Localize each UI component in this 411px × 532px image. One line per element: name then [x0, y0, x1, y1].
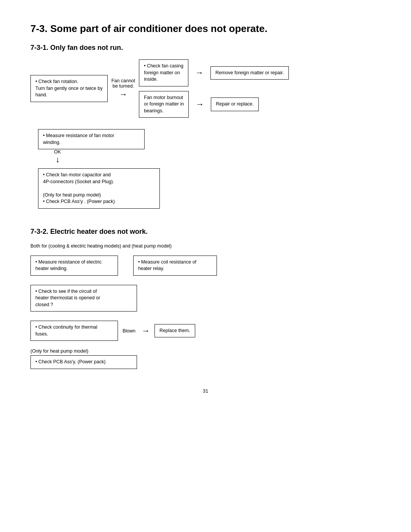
thermal-fuses-text: • Check continuity for thermalfuses.	[35, 324, 97, 337]
coil-resistance-text: • Measure coil resistance ofheater relay…	[138, 259, 196, 272]
only-heat-pump-label: (Only for heat pump model)	[30, 348, 381, 354]
page-number: 31	[30, 388, 381, 394]
right-arrow-icon-2: →	[196, 99, 204, 109]
mid-branch: • Check fan casingforeign matter oninsid…	[139, 59, 289, 118]
heater-winding-box: • Measure resistance of electricheater w…	[30, 256, 118, 276]
section-732-title: 7-3-2. Electric heater does not work.	[30, 228, 381, 236]
resistance-flow: • Measure resistance of fan motorwinding…	[38, 129, 381, 209]
measure-resistance-box: • Measure resistance of fan motorwinding…	[38, 129, 145, 149]
check-fan-rotation-box: • Check fan rotation.Turn fan gently onc…	[30, 75, 108, 102]
section-731-title: 7-3-1. Only fan does not run.	[30, 44, 381, 52]
fan-motor-burnout-text: Fan motor burnoutor foreign matter inbea…	[144, 95, 184, 113]
check-fan-motor-capacitor-text: • Check fan motor capacitor and4P-connec…	[43, 172, 115, 204]
check-fan-casing-text: • Check fan casingforeign matter oninsid…	[144, 63, 183, 82]
heat-pump-note-section: (Only for heat pump model) • Check PCB A…	[30, 348, 381, 369]
section-732-subtitle: Both for (cooling & electric heating mod…	[30, 243, 381, 249]
ok-arrow: OK ↓	[53, 149, 381, 165]
fan-motor-burnout-box: Fan motor burnoutor foreign matter inbea…	[139, 91, 189, 118]
replace-them-box: Replace them.	[155, 324, 195, 338]
measure-resistance-text: • Measure resistance of fan motorwinding…	[43, 133, 114, 145]
thermal-fuses-section: • Check continuity for thermalfuses. Blo…	[30, 321, 381, 341]
main-title: 7-3. Some part of air conditioner does n…	[30, 23, 381, 35]
check-fan-rotation-text: • Check fan rotation.Turn fan gently onc…	[35, 79, 103, 97]
remove-foreign-text: Remove foreign matter or repair.	[215, 70, 284, 75]
repair-replace-box: Repair or replace.	[211, 97, 258, 111]
coil-resistance-box: • Measure coil resistance ofheater relay…	[133, 256, 217, 276]
right-arrow-icon-1: →	[195, 68, 204, 78]
pcb-assy-text: • Check PCB Ass'y. (Power pack)	[35, 359, 105, 364]
down-arrow-icon: ↓	[56, 155, 60, 165]
branch-row-1: • Check fan casingforeign matter oninsid…	[139, 59, 289, 86]
section-731: 7-3-1. Only fan does not run. • Check fa…	[30, 44, 381, 209]
right-arrow-icon: →	[119, 89, 127, 99]
flow-row-top: • Check fan rotation.Turn fan gently onc…	[30, 59, 381, 118]
branch-row-2: Fan motor burnoutor foreign matter inbea…	[139, 91, 289, 118]
ok-label: OK	[54, 149, 61, 155]
check-fan-casing-box: • Check fan casingforeign matter oninsid…	[139, 59, 188, 86]
thermostat-text: • Check to see if the circuit ofheater t…	[35, 289, 100, 307]
thermal-fuses-box: • Check continuity for thermalfuses.	[30, 321, 118, 341]
fan-cannot-arrow: Fan cannotbe turned. →	[112, 78, 135, 99]
heater-row: • Measure resistance of electricheater w…	[30, 256, 381, 276]
check-fan-motor-capacitor-box: • Check fan motor capacitor and4P-connec…	[38, 168, 160, 209]
heater-winding-text: • Measure resistance of electricheater w…	[35, 259, 102, 272]
fan-cannot-label: Fan cannotbe turned.	[112, 78, 135, 89]
thermostat-section: • Check to see if the circuit ofheater t…	[30, 285, 381, 312]
replace-them-text: Replace them.	[159, 328, 190, 333]
blown-label: Blown	[123, 328, 135, 334]
thermostat-box: • Check to see if the circuit ofheater t…	[30, 285, 137, 312]
pcb-assy-box: • Check PCB Ass'y. (Power pack)	[30, 355, 137, 369]
blown-row: • Check continuity for thermalfuses. Blo…	[30, 321, 381, 341]
section-732: 7-3-2. Electric heater does not work. Bo…	[30, 228, 381, 369]
remove-foreign-box: Remove foreign matter or repair.	[210, 66, 289, 80]
repair-replace-text: Repair or replace.	[216, 101, 253, 107]
right-arrow-icon-blown: →	[142, 326, 150, 336]
